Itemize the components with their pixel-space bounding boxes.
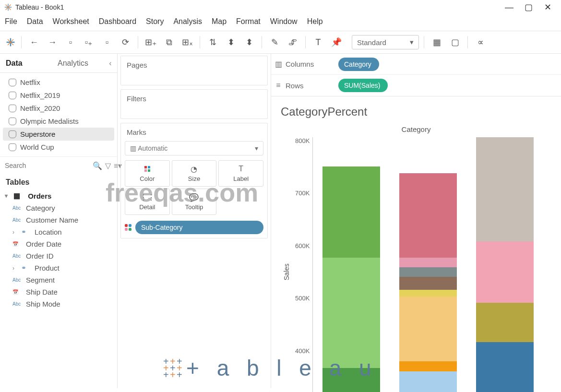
- menu-format[interactable]: Format: [236, 17, 261, 26]
- fit-dropdown-label: Standard: [357, 38, 386, 47]
- field-type-icon: Abc: [12, 205, 23, 211]
- menu-map[interactable]: Map: [212, 17, 227, 26]
- field-item[interactable]: ›⚭Product: [0, 262, 117, 274]
- new-datasource-button[interactable]: ▫₊: [81, 35, 96, 49]
- filters-shelf[interactable]: Filters: [120, 89, 268, 119]
- field-item[interactable]: ›⚭Location: [0, 226, 117, 238]
- clear-button[interactable]: ⊞ₓ: [179, 35, 195, 49]
- menu-window[interactable]: Window: [270, 17, 298, 26]
- datasource-item[interactable]: Netflix: [3, 76, 114, 89]
- presentation-button[interactable]: ▢: [447, 35, 463, 49]
- minimize-button[interactable]: —: [500, 2, 519, 12]
- field-type-icon: Abc: [12, 277, 23, 283]
- sort-asc-button[interactable]: ⬍: [223, 35, 239, 49]
- color-pill[interactable]: Sub-Category: [135, 221, 263, 234]
- pin-button[interactable]: 📌: [329, 35, 344, 49]
- datasource-item[interactable]: World Cup: [3, 141, 114, 154]
- search-input[interactable]: [4, 160, 90, 171]
- hierarchy-icon: ⚭: [21, 228, 32, 236]
- field-item[interactable]: 📅Ship Date: [0, 286, 117, 298]
- field-item[interactable]: AbcOrder ID: [0, 250, 117, 262]
- filter-icon[interactable]: ▽: [105, 161, 111, 170]
- shelves-column: Pages Filters Marks ▥ Automatic ▾ Color …: [118, 54, 271, 388]
- axis-top-label: Category: [271, 125, 561, 133]
- rows-pill[interactable]: SUM(Sales): [338, 79, 388, 92]
- date-icon: 📅: [12, 241, 23, 247]
- swap-button[interactable]: ⇅: [205, 35, 220, 49]
- datasource-icon: [9, 143, 16, 151]
- viz-area: ▥ Columns Category ≡ Rows SUM(Sales) Cat…: [271, 54, 561, 388]
- show-labels-button[interactable]: T: [310, 35, 326, 49]
- columns-icon: ▥: [271, 59, 286, 69]
- y-ticks: 800K700K600K500K400K300K: [292, 137, 312, 392]
- datasource-item[interactable]: Olympic Medalists: [3, 115, 114, 128]
- pages-shelf[interactable]: Pages: [120, 56, 268, 85]
- datasource-item[interactable]: Netflix_2019: [3, 89, 114, 102]
- field-list: ▾▦ Orders AbcCategory AbcCustomer Name ›…: [0, 189, 117, 315]
- datasource-list: Netflix Netflix_2019 Netflix_2020 Olympi…: [0, 73, 117, 156]
- marks-card: Marks ▥ Automatic ▾ Color ◔Size TLabel ⋮…: [120, 123, 268, 238]
- tables-header: Tables: [0, 174, 117, 189]
- menu-dashboard[interactable]: Dashboard: [99, 17, 136, 26]
- columns-pill[interactable]: Category: [338, 58, 379, 71]
- rows-shelf[interactable]: ≡ Rows SUM(Sales): [271, 75, 561, 96]
- undo-button[interactable]: ←: [26, 35, 42, 49]
- chart[interactable]: Sales 800K700K600K500K400K300K: [271, 133, 561, 392]
- tableau-icon[interactable]: [5, 36, 16, 48]
- maximize-button[interactable]: ▢: [519, 2, 538, 12]
- close-button[interactable]: ✕: [538, 2, 557, 12]
- refresh-button[interactable]: ⟳: [118, 35, 133, 49]
- fit-dropdown[interactable]: Standard ▾: [352, 35, 419, 49]
- field-item[interactable]: AbcShip Mode: [0, 298, 117, 310]
- datasource-item-active[interactable]: Superstore: [3, 128, 114, 141]
- field-item[interactable]: 📅Order Date: [0, 238, 117, 250]
- new-worksheet-button[interactable]: ⊞₊: [143, 35, 158, 49]
- share-button[interactable]: ∝: [473, 35, 488, 49]
- menu-file[interactable]: File: [5, 17, 17, 26]
- tableau-logo-icon: [4, 3, 12, 12]
- highlight-button[interactable]: ✎: [267, 35, 282, 49]
- chart-bars[interactable]: [312, 137, 555, 392]
- menu-data[interactable]: Data: [27, 17, 43, 26]
- columns-shelf[interactable]: ▥ Columns Category: [271, 54, 561, 75]
- collapse-sidebar-icon[interactable]: ‹: [104, 59, 117, 68]
- rows-icon: ≡: [271, 81, 286, 90]
- search-row: 🔍 ▽ ≡▾: [0, 156, 117, 174]
- datasource-icon: [9, 92, 16, 99]
- marks-color-button[interactable]: Color: [125, 160, 170, 187]
- marks-label-button[interactable]: TLabel: [218, 160, 263, 187]
- menu-analysis[interactable]: Analysis: [173, 17, 202, 26]
- field-type-icon: Abc: [12, 217, 23, 223]
- menu-help[interactable]: Help: [307, 17, 323, 26]
- tooltip-icon: 💬: [174, 192, 215, 202]
- marks-tooltip-button[interactable]: 💬Tooltip: [172, 189, 217, 215]
- save-button[interactable]: ▫: [63, 35, 78, 49]
- search-icon[interactable]: 🔍: [93, 161, 102, 170]
- group-button[interactable]: 🖇: [285, 35, 300, 49]
- date-icon: 📅: [12, 289, 23, 295]
- field-item[interactable]: AbcCategory: [0, 202, 117, 214]
- datasource-item[interactable]: Netflix_2020: [3, 102, 114, 115]
- size-icon: ◔: [174, 164, 215, 174]
- marks-detail-button[interactable]: ⋮⋮Detail: [125, 189, 170, 215]
- pause-auto-updates-button[interactable]: ▫: [99, 35, 115, 49]
- field-item[interactable]: AbcCustomer Name: [0, 214, 117, 226]
- viz-title[interactable]: CategoryPercent: [271, 96, 561, 122]
- tab-analytics[interactable]: Analytics: [52, 55, 104, 71]
- label-icon: T: [221, 164, 261, 174]
- menu-worksheet[interactable]: Worksheet: [53, 17, 89, 26]
- show-me-button[interactable]: ▦: [429, 35, 444, 49]
- redo-button[interactable]: →: [45, 35, 60, 49]
- menu-story[interactable]: Story: [146, 17, 164, 26]
- sort-desc-button[interactable]: ⬍: [241, 35, 257, 49]
- menubar: File Data Worksheet Dashboard Story Anal…: [0, 14, 561, 31]
- tab-data[interactable]: Data: [0, 55, 52, 71]
- datasource-icon: [9, 105, 16, 112]
- detail-icon: ⋮⋮: [127, 192, 167, 202]
- marks-size-button[interactable]: ◔Size: [172, 160, 217, 187]
- sidebar: Data Analytics ‹ Netflix Netflix_2019 Ne…: [0, 54, 118, 388]
- duplicate-button[interactable]: ⧉: [161, 35, 177, 49]
- marks-type-dropdown[interactable]: ▥ Automatic ▾: [125, 141, 263, 155]
- field-item[interactable]: AbcSegment: [0, 274, 117, 286]
- field-group[interactable]: ▾▦ Orders: [0, 190, 117, 202]
